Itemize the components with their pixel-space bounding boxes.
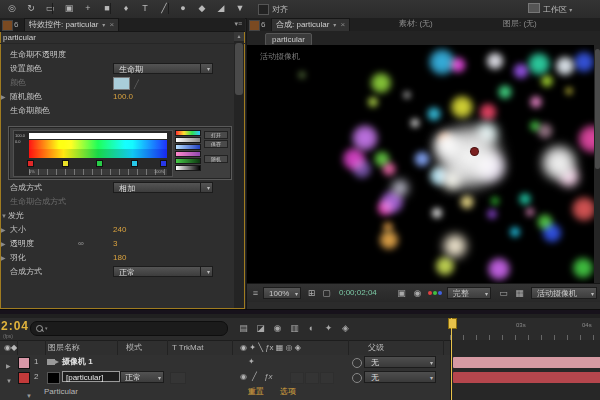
rectangle-tool-icon[interactable]: ■ [99, 2, 115, 15]
gradient-stop[interactable] [62, 160, 69, 167]
gradient-preset-swatch[interactable] [175, 137, 201, 143]
layer-name[interactable]: 摄像机 1 [62, 355, 93, 369]
orbit-camera-tool-icon[interactable]: ↻ [23, 2, 39, 15]
gradient-stop[interactable] [131, 160, 138, 167]
solo-switch-icon[interactable]: ✦ [248, 355, 255, 369]
search-options-icon[interactable]: ▾ [45, 325, 48, 331]
gradient-preset-swatch[interactable] [175, 165, 201, 171]
gradient-alpha-bar[interactable] [29, 133, 167, 139]
channel-icon[interactable] [428, 287, 443, 299]
magnification-dropdown[interactable]: 100% [263, 287, 301, 299]
effect-name[interactable]: Particular [44, 385, 78, 399]
type-tool-icon[interactable]: T [137, 2, 153, 15]
parent-pickwhip-icon[interactable] [352, 373, 362, 383]
snapshot-icon[interactable]: ▣ [395, 287, 408, 299]
menu-icon[interactable]: ≡ [249, 287, 262, 299]
show-snapshot-icon[interactable]: ◉ [411, 287, 424, 299]
scroll-up-icon[interactable]: ▲ [234, 32, 244, 41]
tab-close-icon[interactable]: × [109, 20, 114, 29]
scrollbar-thumb[interactable] [595, 49, 600, 169]
layer-row-camera[interactable]: ▶ 1 摄像机 1 ✦ 无 [0, 355, 450, 371]
layer-name-input[interactable]: [particular] [62, 371, 120, 382]
align-checkbox[interactable] [258, 4, 269, 15]
blend-mode-dropdown[interactable]: 正常 [120, 371, 164, 383]
viewer-timecode[interactable]: 0;00;02;04 [339, 287, 377, 299]
gradient-preset-swatch[interactable] [175, 151, 201, 157]
color-swatch[interactable] [113, 77, 130, 90]
eraser-tool-icon[interactable]: ◢ [213, 2, 229, 15]
label-color-chip[interactable] [18, 372, 30, 384]
safe-guides-icon[interactable]: ⊞ [305, 287, 318, 299]
effect-row-particular[interactable]: ▼ Particular 重置 选项 [0, 385, 450, 400]
switch-box[interactable] [305, 372, 319, 384]
puppet-pin-tool-icon[interactable]: ▼ [232, 2, 248, 15]
effect-reset-link[interactable]: 重置 [248, 385, 264, 399]
panel-menu-icon[interactable]: ▾≡ [234, 20, 242, 28]
brainstorm-icon[interactable]: ✦ [321, 322, 336, 335]
parent-dropdown[interactable]: 无 [364, 356, 436, 368]
glow-feather-value[interactable]: 180 [113, 251, 126, 265]
pen-tool-icon[interactable]: ╱ [156, 2, 172, 15]
twirl-icon[interactable]: ▶ [1, 90, 6, 104]
viewer-scrollbar[interactable] [594, 45, 600, 283]
gradient-stop[interactable] [96, 160, 103, 167]
graph-editor-icon[interactable]: ◈ [338, 322, 353, 335]
effects-scrollbar[interactable]: ▲ [234, 32, 244, 308]
glow-size-value[interactable]: 240 [113, 223, 126, 237]
switch-box[interactable] [320, 372, 334, 384]
gradient-save-button[interactable]: 保存 [204, 140, 228, 148]
region-of-interest-icon[interactable]: ▭ [497, 287, 510, 299]
tab-close-icon[interactable]: × [340, 20, 345, 29]
motion-blur-icon[interactable]: ◐ [304, 322, 319, 335]
gradient-color-ramp[interactable] [29, 140, 167, 158]
video-switch-icon[interactable]: ◉ [240, 370, 247, 384]
set-color-dropdown[interactable]: 生命期 [113, 63, 213, 74]
tab-composition[interactable]: 合成: particular▾× [271, 18, 350, 31]
transparency-grid-icon[interactable]: ▦ [513, 287, 526, 299]
current-time-display[interactable]: 2:04 [1, 319, 29, 333]
parent-dropdown[interactable]: 无 [364, 371, 436, 383]
timeline-search-input[interactable]: ▾ [30, 321, 228, 336]
lock-switch-icon[interactable]: ╱ [252, 370, 257, 384]
twirl-icon[interactable]: ▼ [26, 389, 32, 400]
gradient-random-button[interactable]: 随机 [204, 155, 228, 163]
effect-options-link[interactable]: 选项 [280, 385, 296, 399]
tab-layer[interactable]: 图层: (无) [499, 18, 541, 30]
composition-viewport[interactable]: 活动摄像机 [247, 45, 594, 283]
color-random-value[interactable]: 100.0 [113, 90, 133, 104]
dolly-camera-tool-icon[interactable]: ▣ [61, 2, 77, 15]
brush-tool-icon[interactable]: ● [175, 2, 191, 15]
tab-dropdown-icon[interactable]: ▾ [102, 22, 105, 28]
param-opacity-over-life[interactable]: 生命期不透明度 [0, 48, 232, 62]
track-camera-tool-icon[interactable]: ▭ [42, 2, 58, 15]
pan-behind-tool-icon[interactable]: + [80, 2, 96, 15]
time-ruler[interactable]: 03s 04s [450, 318, 600, 341]
gradient-preset-swatch[interactable] [175, 144, 201, 150]
gradient-preset-swatch[interactable] [175, 130, 201, 136]
transfer-mode-dropdown[interactable]: 相加 [113, 182, 213, 193]
parent-header[interactable]: 父级 [368, 341, 384, 354]
tab-effect-controls[interactable]: 特效控件: particular▾× [24, 18, 119, 31]
twirl-icon[interactable]: ▼ [1, 209, 7, 223]
twirl-icon[interactable]: ▶ [1, 251, 6, 265]
gradient-open-button[interactable]: 打开 [204, 131, 228, 139]
fx-switch-icon[interactable]: ƒx [264, 370, 272, 384]
track-area[interactable] [450, 340, 600, 400]
hide-shy-layers-icon[interactable]: ◉ [270, 322, 285, 335]
panel-icon[interactable] [249, 20, 260, 31]
tab-dropdown-icon[interactable]: ▾ [333, 22, 336, 28]
workspace-control[interactable]: 工作区 ▾ [528, 3, 572, 15]
frame-blending-icon[interactable]: ▥ [287, 322, 302, 335]
parent-pickwhip-icon[interactable] [352, 358, 362, 368]
scrollbar-thumb[interactable] [235, 43, 243, 95]
resolution-dropdown[interactable]: 完整 [447, 287, 491, 299]
gradient-preset-swatch[interactable] [175, 158, 201, 164]
composition-mini-flowchart-icon[interactable]: ▤ [236, 322, 251, 335]
zoom-tool-icon[interactable]: ◎ [4, 2, 20, 15]
gradient-ruler[interactable] [29, 169, 167, 175]
trkmat-header[interactable]: T TrkMat [172, 341, 203, 354]
clone-stamp-tool-icon[interactable]: ◆ [194, 2, 210, 15]
view-camera-dropdown[interactable]: 活动摄像机 [531, 287, 597, 299]
mask-visibility-icon[interactable]: ▢ [320, 287, 333, 299]
group-glow[interactable]: ▼ 发光 [0, 209, 232, 223]
